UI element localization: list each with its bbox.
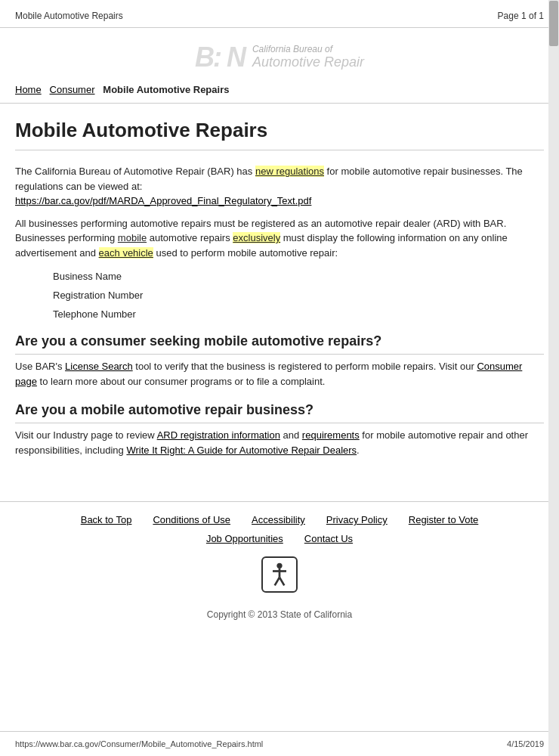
print-site-name: Mobile Automotive Repairs — [15, 11, 123, 21]
conditions-of-use-link[interactable]: Conditions of Use — [153, 514, 230, 525]
list-item: Registration Number — [53, 290, 544, 301]
scrollbar[interactable] — [548, 0, 559, 756]
ard-registration-link[interactable]: ARD registration information — [157, 429, 280, 441]
svg-point-0 — [276, 563, 282, 569]
page-title: Mobile Automotive Repairs — [15, 119, 544, 150]
print-url: https://www.bar.ca.gov/Consumer/Mobile_A… — [15, 739, 263, 748]
scrollbar-thumb[interactable] — [549, 1, 558, 46]
print-page-info: Page 1 of 1 — [498, 11, 544, 21]
section2-title: Are you a mobile automotive repair busin… — [15, 402, 544, 423]
intro-text-before: The California Bureau of Automotive Repa… — [15, 166, 255, 177]
site-header: B: N California Bureau of Automotive Rep… — [0, 28, 559, 81]
body-paragraph: All businesses performing automotive rep… — [15, 216, 544, 261]
logo-line2: Automotive Repair — [252, 54, 364, 71]
contact-us-link[interactable]: Contact Us — [304, 533, 353, 544]
accessibility-link[interactable]: Accessibility — [252, 514, 305, 525]
job-opportunities-link[interactable]: Job Opportunities — [206, 533, 283, 544]
new-regulations-highlight: new regulations — [255, 166, 324, 177]
breadcrumb-current: Mobile Automotive Repairs — [103, 84, 229, 95]
footer-links-row2: Job Opportunities Contact Us — [15, 533, 544, 544]
logo-text: California Bureau of Automotive Repair — [252, 44, 364, 71]
footer-area: Back to Top Conditions of Use Accessibil… — [0, 501, 559, 635]
main-content: Mobile Automotive Repairs The California… — [0, 104, 559, 479]
list-item: Telephone Number — [53, 308, 544, 320]
logo-icon: B: N — [195, 42, 245, 73]
section1-title: Are you a consumer seeking mobile automo… — [15, 333, 544, 355]
svg-line-3 — [275, 578, 280, 586]
accessibility-svg — [266, 561, 293, 588]
mobile-underline: mobile — [118, 232, 147, 243]
regulation-url-link[interactable]: https://bar.ca.gov/pdf/MARDA_Approved_Fi… — [15, 195, 311, 206]
section1-body: Use BAR's License Search tool to verify … — [15, 359, 544, 389]
breadcrumb-home[interactable]: Home — [15, 84, 42, 95]
breadcrumb: Home Consumer Mobile Automotive Repairs — [0, 81, 559, 104]
intro-paragraph: The California Bureau of Automotive Repa… — [15, 164, 544, 209]
breadcrumb-consumer[interactable]: Consumer — [50, 84, 95, 95]
exclusively-highlight: exclusively — [233, 232, 280, 243]
copyright-text: Copyright © 2013 State of California — [15, 609, 544, 620]
section2-body: Visit our Industry page to review ARD re… — [15, 428, 544, 457]
svg-line-4 — [280, 578, 284, 586]
requirements-link[interactable]: requirements — [302, 429, 360, 441]
each-vehicle-highlight: each vehicle — [99, 247, 153, 259]
logo-area: B: N California Bureau of Automotive Rep… — [195, 42, 364, 73]
footer-links-row1: Back to Top Conditions of Use Accessibil… — [15, 514, 544, 525]
print-date: 4/15/2019 — [507, 739, 544, 748]
write-it-right-link[interactable]: Write It Right: A Guide for Automotive R… — [126, 445, 357, 456]
register-to-vote-link[interactable]: Register to Vote — [409, 514, 479, 525]
accessibility-icon — [261, 556, 298, 593]
privacy-policy-link[interactable]: Privacy Policy — [326, 514, 388, 525]
license-search-link[interactable]: License Search — [65, 361, 133, 372]
back-to-top-link[interactable]: Back to Top — [81, 514, 132, 525]
print-footer: https://www.bar.ca.gov/Consumer/Mobile_A… — [0, 731, 559, 756]
logo-line1: California Bureau of — [252, 44, 364, 54]
info-list: Business Name Registration Number Teleph… — [53, 271, 544, 320]
list-item: Business Name — [53, 271, 544, 282]
print-header: Mobile Automotive Repairs Page 1 of 1 — [0, 0, 559, 28]
